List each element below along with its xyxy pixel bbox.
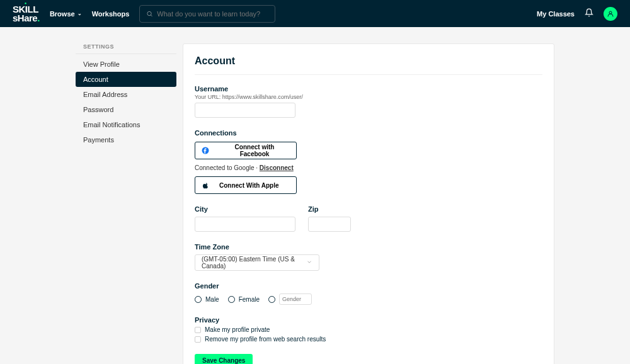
privacy-private-checkbox[interactable]: Make my profile private [195, 326, 542, 333]
navbar: SK●ILL sHare. Browse ⌄ Workshops My Clas… [0, 0, 630, 27]
gender-female-radio[interactable]: Female [228, 296, 260, 303]
zip-input[interactable] [308, 217, 351, 232]
sidebar-item-email-address[interactable]: Email Address [76, 87, 176, 102]
connections-label: Connections [195, 129, 542, 137]
settings-sidebar: SETTINGS View Profile Account Email Addr… [76, 43, 176, 364]
svg-point-0 [147, 11, 151, 15]
svg-line-1 [151, 14, 152, 16]
svg-point-2 [609, 11, 612, 14]
save-changes-button[interactable]: Save Changes [195, 354, 253, 364]
timezone-value: (GMT-05:00) Eastern Time (US & Canada) [202, 256, 306, 270]
privacy-search-checkbox[interactable]: Remove my profile from web search result… [195, 336, 542, 343]
city-label: City [195, 205, 295, 213]
gender-male-radio[interactable]: Male [195, 296, 219, 303]
facebook-icon [202, 147, 209, 154]
sidebar-item-payments[interactable]: Payments [76, 132, 176, 147]
browse-label: Browse [50, 10, 75, 18]
username-input[interactable] [195, 103, 295, 118]
bell-icon[interactable] [585, 8, 593, 19]
sidebar-item-view-profile[interactable]: View Profile [76, 57, 176, 72]
checkbox-icon [195, 336, 201, 343]
page-title: Account [195, 55, 542, 75]
gender-other-radio[interactable] [268, 293, 312, 305]
workshops-link[interactable]: Workshops [92, 10, 130, 18]
search-icon [146, 10, 153, 18]
sidebar-item-email-notifications[interactable]: Email Notifications [76, 117, 176, 132]
sidebar-title: SETTINGS [76, 43, 176, 54]
radio-icon [195, 296, 202, 303]
logo[interactable]: SK●ILL sHare. [13, 5, 40, 22]
sidebar-item-password[interactable]: Password [76, 102, 176, 117]
chevron-down-icon [306, 259, 312, 266]
avatar[interactable] [604, 7, 617, 21]
sidebar-item-account[interactable]: Account [76, 72, 176, 87]
url-hint: Your URL: https://www.skillshare.com/use… [195, 94, 542, 100]
gender-male-label: Male [205, 296, 219, 303]
radio-icon [268, 296, 275, 303]
my-classes-link[interactable]: My Classes [537, 10, 575, 18]
privacy-label: Privacy [195, 316, 542, 324]
zip-label: Zip [308, 205, 351, 213]
search-box[interactable] [139, 5, 275, 23]
gender-other-input[interactable] [279, 293, 312, 305]
connect-apple-label: Connect With Apple [219, 182, 279, 189]
connect-facebook-label: Connect with Facebook [219, 144, 290, 157]
browse-link[interactable]: Browse ⌄ [50, 10, 82, 18]
gender-label: Gender [195, 282, 542, 290]
connect-apple-button[interactable]: Connect With Apple [195, 176, 297, 194]
gender-female-label: Female [239, 296, 260, 303]
username-label: Username [195, 85, 542, 93]
chevron-down-icon: ⌄ [77, 11, 82, 16]
google-status: Connected to Google · Disconnect [195, 164, 542, 171]
checkbox-icon [195, 327, 201, 333]
connect-facebook-button[interactable]: Connect with Facebook [195, 142, 297, 159]
timezone-select[interactable]: (GMT-05:00) Eastern Time (US & Canada) [195, 254, 319, 271]
disconnect-google-link[interactable]: Disconnect [260, 164, 294, 171]
search-input[interactable] [157, 10, 268, 18]
apple-icon [202, 181, 209, 189]
timezone-label: Time Zone [195, 243, 542, 251]
privacy-private-label: Make my profile private [205, 326, 270, 333]
city-input[interactable] [195, 217, 295, 232]
radio-icon [228, 296, 235, 303]
account-panel: Account Username Your URL: https://www.s… [183, 43, 554, 364]
privacy-search-label: Remove my profile from web search result… [205, 336, 326, 343]
